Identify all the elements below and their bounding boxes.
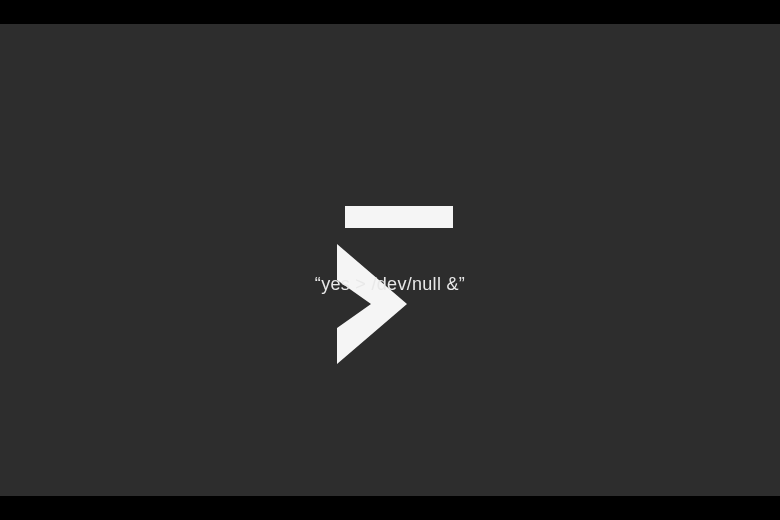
caption-text: “yes > /dev/null &” bbox=[315, 274, 465, 295]
letterbox-bottom bbox=[0, 496, 780, 520]
main-content: “yes > /dev/null &” bbox=[0, 24, 780, 496]
letterbox-top bbox=[0, 0, 780, 24]
underscore-cursor-icon bbox=[345, 206, 453, 228]
terminal-prompt-icon bbox=[327, 206, 453, 234]
